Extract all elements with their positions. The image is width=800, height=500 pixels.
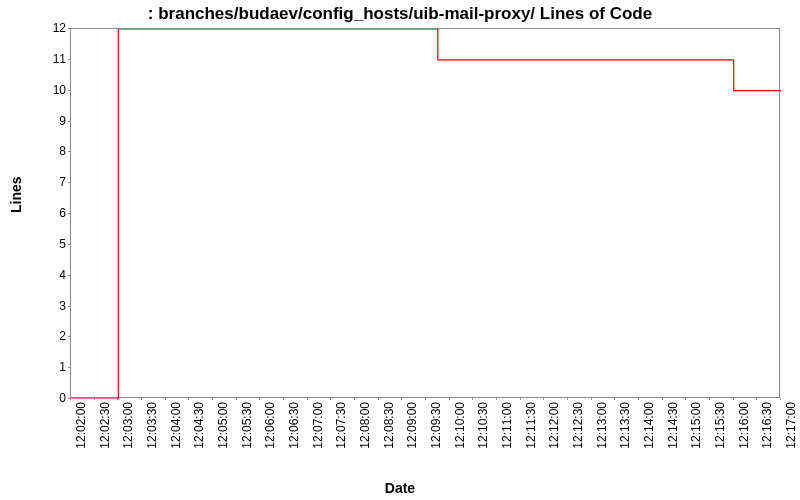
x-tick-mark xyxy=(94,398,95,400)
x-tick-label: 12:03:00 xyxy=(121,402,135,449)
x-tick-mark xyxy=(307,398,308,400)
x-tick-label: 12:05:30 xyxy=(240,402,254,449)
x-tick-label: 12:09:30 xyxy=(429,402,443,449)
x-tick-mark xyxy=(567,398,568,400)
x-tick-mark xyxy=(236,398,237,400)
x-axis-label: Date xyxy=(0,480,800,496)
x-tick-label: 12:17:00 xyxy=(784,402,798,449)
y-tick-mark xyxy=(68,59,70,60)
y-tick-label: 6 xyxy=(36,206,66,220)
x-tick-label: 12:06:00 xyxy=(263,402,277,449)
x-tick-label: 12:04:30 xyxy=(192,402,206,449)
x-tick-mark xyxy=(685,398,686,400)
y-tick-mark xyxy=(68,28,70,29)
x-tick-label: 12:09:00 xyxy=(405,402,419,449)
x-tick-mark xyxy=(520,398,521,400)
y-tick-label: 4 xyxy=(36,268,66,282)
y-tick-label: 12 xyxy=(36,21,66,35)
y-tick-label: 10 xyxy=(36,83,66,97)
x-tick-mark xyxy=(165,398,166,400)
x-tick-label: 12:03:30 xyxy=(145,402,159,449)
x-tick-mark xyxy=(212,398,213,400)
x-tick-mark xyxy=(591,398,592,400)
x-tick-label: 12:05:00 xyxy=(216,402,230,449)
y-tick-mark xyxy=(68,367,70,368)
x-tick-mark xyxy=(449,398,450,400)
x-tick-mark xyxy=(283,398,284,400)
y-tick-mark xyxy=(68,213,70,214)
x-tick-label: 12:16:30 xyxy=(760,402,774,449)
y-tick-label: 11 xyxy=(36,52,66,66)
line-chart-svg xyxy=(71,29,781,399)
x-tick-label: 12:14:00 xyxy=(642,402,656,449)
x-tick-label: 12:07:30 xyxy=(334,402,348,449)
x-tick-mark xyxy=(401,398,402,400)
x-tick-label: 12:08:00 xyxy=(358,402,372,449)
y-tick-label: 1 xyxy=(36,360,66,374)
x-tick-label: 12:07:00 xyxy=(311,402,325,449)
y-tick-label: 9 xyxy=(36,114,66,128)
x-tick-label: 12:04:00 xyxy=(169,402,183,449)
y-tick-mark xyxy=(68,90,70,91)
x-tick-label: 12:10:00 xyxy=(453,402,467,449)
y-tick-mark xyxy=(68,244,70,245)
x-tick-mark xyxy=(780,398,781,400)
plot-area xyxy=(70,28,780,398)
x-tick-mark xyxy=(496,398,497,400)
y-tick-mark xyxy=(68,306,70,307)
x-tick-mark xyxy=(756,398,757,400)
x-tick-label: 12:06:30 xyxy=(287,402,301,449)
x-tick-mark xyxy=(709,398,710,400)
data-series-line xyxy=(71,29,781,399)
x-tick-mark xyxy=(330,398,331,400)
x-tick-mark xyxy=(543,398,544,400)
x-tick-label: 12:13:00 xyxy=(595,402,609,449)
y-axis-label: Lines xyxy=(8,176,24,213)
x-tick-label: 12:14:30 xyxy=(666,402,680,449)
y-tick-label: 7 xyxy=(36,175,66,189)
x-tick-mark xyxy=(117,398,118,400)
x-tick-mark xyxy=(354,398,355,400)
y-tick-mark xyxy=(68,151,70,152)
y-tick-label: 0 xyxy=(36,391,66,405)
x-tick-mark xyxy=(259,398,260,400)
x-tick-label: 12:10:30 xyxy=(476,402,490,449)
x-tick-label: 12:16:00 xyxy=(737,402,751,449)
y-tick-mark xyxy=(68,121,70,122)
x-tick-label: 12:08:30 xyxy=(382,402,396,449)
y-tick-mark xyxy=(68,182,70,183)
y-tick-label: 5 xyxy=(36,237,66,251)
chart-title: : branches/budaev/config_hosts/uib-mail-… xyxy=(0,4,800,24)
x-tick-mark xyxy=(188,398,189,400)
x-tick-mark xyxy=(425,398,426,400)
x-tick-mark xyxy=(70,398,71,400)
x-tick-label: 12:13:30 xyxy=(618,402,632,449)
x-tick-mark xyxy=(141,398,142,400)
x-tick-label: 12:11:00 xyxy=(500,402,514,449)
x-tick-mark xyxy=(638,398,639,400)
y-tick-label: 3 xyxy=(36,299,66,313)
x-tick-mark xyxy=(472,398,473,400)
x-tick-label: 12:02:00 xyxy=(74,402,88,449)
x-tick-label: 12:12:30 xyxy=(571,402,585,449)
x-tick-mark xyxy=(662,398,663,400)
x-tick-label: 12:11:30 xyxy=(524,402,538,449)
y-tick-mark xyxy=(68,275,70,276)
x-tick-label: 12:12:00 xyxy=(547,402,561,449)
y-tick-label: 8 xyxy=(36,144,66,158)
y-tick-label: 2 xyxy=(36,329,66,343)
x-tick-mark xyxy=(614,398,615,400)
x-tick-mark xyxy=(378,398,379,400)
x-tick-label: 12:15:00 xyxy=(689,402,703,449)
y-tick-mark xyxy=(68,336,70,337)
x-tick-label: 12:15:30 xyxy=(713,402,727,449)
x-tick-label: 12:02:30 xyxy=(98,402,112,449)
x-tick-mark xyxy=(733,398,734,400)
